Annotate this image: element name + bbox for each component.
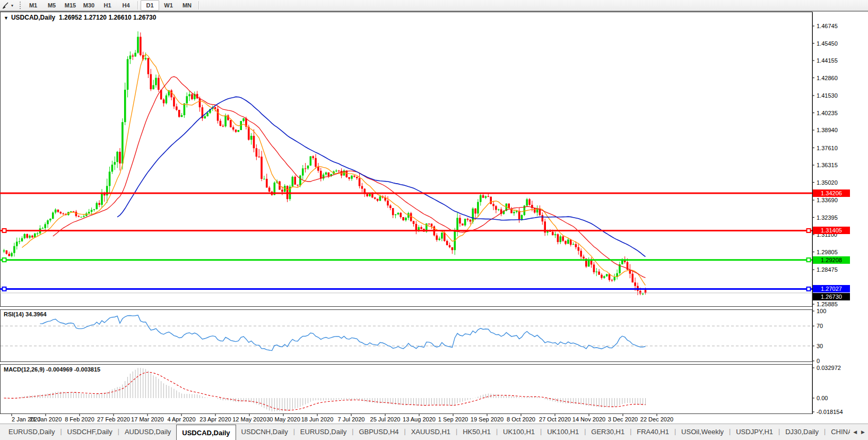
price-axis-label: 1.38940 <box>817 127 838 133</box>
price-axis-label: 1.40235 <box>817 110 838 116</box>
toolbar-grip-handle[interactable] <box>20 2 21 9</box>
triangle-down-icon[interactable]: ▼ <box>4 15 8 21</box>
resistance-line-lower-right-handle[interactable] <box>807 229 811 232</box>
timeframe-button-h4[interactable]: H4 <box>117 0 135 11</box>
price-axis-label: 1.32395 <box>817 214 838 221</box>
date-axis-label: 18 Jun 2020 <box>301 416 334 422</box>
timeframe-button-h1[interactable]: H1 <box>98 0 117 11</box>
tab-usdcnh-daily[interactable]: USDCNH,Daily <box>236 424 293 440</box>
tab-xauusd-h1[interactable]: XAUUSD,H1 <box>406 424 456 440</box>
toolbar-separator <box>137 1 138 10</box>
rsi-axis-label: 100 <box>817 308 826 314</box>
date-axis-label: 13 Aug 2020 <box>403 416 436 422</box>
rsi-axis-label: 30 <box>817 343 823 349</box>
date-axis-label: 25 Jul 2020 <box>370 416 401 422</box>
timeframe-button-m30[interactable]: M30 <box>80 0 98 11</box>
tab-usoil-weekly[interactable]: USOil,Weekly <box>676 424 729 440</box>
resistance-line-lower-left-handle[interactable] <box>3 229 6 232</box>
support-line-blue-badge: 1.27027 <box>813 285 850 292</box>
date-axis-label: 22 Dec 2020 <box>640 416 673 422</box>
tab-usdchf-daily[interactable]: USDCHF,Daily <box>62 424 118 440</box>
chart-symbol-label: USDCAD,Daily <box>11 14 55 21</box>
tab-usdjpy-h1[interactable]: USDJPY,H1 <box>731 424 778 440</box>
tab-uk100-h1[interactable]: UK100,H1 <box>498 424 540 440</box>
date-axis-label: 3 Dec 2020 <box>608 416 638 422</box>
price-axis-label: 1.35020 <box>817 179 838 186</box>
support-line-green-left-handle[interactable] <box>3 258 6 262</box>
current-price-badge: 1.26730 <box>813 293 850 300</box>
tab-dj30-daily[interactable]: DJ30,Daily <box>780 424 824 440</box>
timeframe-button-w1[interactable]: W1 <box>159 0 178 11</box>
chart-title: ▼USDCAD,Daily 1.26952 1.27120 1.26610 1.… <box>4 14 156 21</box>
price-axis-label: 1.33690 <box>817 197 838 203</box>
tab-scroll-right-icon[interactable]: ▶ <box>861 429 865 435</box>
timeframe-button-m1[interactable]: M1 <box>24 0 42 11</box>
macd-axis-label: 0.032972 <box>817 365 841 371</box>
price-axis-label: 1.42860 <box>817 75 838 81</box>
chart-cursor-icon[interactable] <box>1 1 10 10</box>
date-axis-label: 23 Apr 2020 <box>199 416 231 422</box>
date-axis-label: 12 May 2020 <box>232 416 266 422</box>
caret-down-icon[interactable]: ▾ <box>11 3 13 8</box>
resistance-line-upper-badge: 1.34206 <box>813 189 850 197</box>
tab-audusd-daily[interactable]: AUDUSD,Daily <box>119 424 176 440</box>
chart-canvas[interactable]: 1.467451.454501.441551.428601.415301.402… <box>0 0 868 440</box>
tab-usdcad-daily-active[interactable]: USDCAD,Daily <box>176 425 236 440</box>
date-axis-label: 21 Jan 2020 <box>30 416 62 422</box>
timeframe-button-mn[interactable]: MN <box>178 0 196 11</box>
price-axis-label: 1.44155 <box>817 57 838 64</box>
price-axis-label: 1.37610 <box>817 145 838 151</box>
date-axis-label: 8 Oct 2020 <box>507 416 535 422</box>
date-axis-label: 4 Apr 2020 <box>167 416 195 422</box>
tab-scroll-left-icon[interactable]: ◀ <box>853 429 857 435</box>
support-line-green-right-handle[interactable] <box>807 258 811 262</box>
timeframe-toolbar: ▾ M1M5M15M30H1H4D1W1MN <box>0 0 868 12</box>
support-line-blue-left-handle[interactable] <box>3 287 6 291</box>
macd-label: MACD(12,26,9) -0.004969 -0.003815 <box>4 366 100 373</box>
macd-axis-label: -0.018154 <box>817 409 843 415</box>
price-axis-label: 1.46745 <box>817 23 838 29</box>
tab-eurusd-daily[interactable]: EURUSD,Daily <box>295 424 352 440</box>
tab-uk100-h1[interactable]: UK100,H1 <box>542 424 584 440</box>
timeframe-button-m15[interactable]: M15 <box>61 0 80 11</box>
date-axis-label: 8 Feb 2020 <box>65 416 94 422</box>
macd-axis-label: 0.00 <box>817 395 828 401</box>
tab-eurusd-daily[interactable]: EURUSD,Daily <box>3 424 60 440</box>
mt4-window: 1.467451.454501.441551.428601.415301.402… <box>0 0 868 440</box>
price-axis-label: 1.28475 <box>817 266 838 273</box>
timeframe-button-m5[interactable]: M5 <box>42 0 61 11</box>
toolbar-separator <box>198 1 199 10</box>
rsi-axis-label: 70 <box>817 323 823 329</box>
price-axis-label: 1.36315 <box>817 162 838 168</box>
date-axis-label: 7 Jul 2020 <box>338 416 365 422</box>
date-axis-label: 27 Feb 2020 <box>97 416 130 422</box>
date-axis-label: 19 Sep 2020 <box>471 416 504 422</box>
date-axis-label: 17 Mar 2020 <box>131 416 164 422</box>
date-axis-label: 30 May 2020 <box>266 416 300 422</box>
rsi-axis-label: 0 <box>817 358 820 364</box>
price-axis-label: 1.29805 <box>817 249 838 255</box>
symbol-tab-bar: EURUSD,Daily|USDCHF,Daily|AUDUSD,DailyUS… <box>0 424 868 440</box>
tab-fra40-h1[interactable]: FRA40,H1 <box>631 424 674 440</box>
rsi-label: RSI(14) 34.3964 <box>4 311 47 317</box>
date-axis-label: 14 Nov 2020 <box>572 416 605 422</box>
timeframe-button-d1[interactable]: D1 <box>141 0 159 11</box>
price-axis-label: 1.41530 <box>817 92 838 99</box>
date-axis-label: 1 Sep 2020 <box>438 416 468 422</box>
resistance-line-lower-badge: 1.31405 <box>813 227 850 234</box>
tab-gbpusd-h4[interactable]: GBPUSD,H4 <box>353 424 404 440</box>
tab-ger30-h1[interactable]: GER30,H1 <box>586 424 630 440</box>
price-axis-label: 1.25885 <box>817 301 838 307</box>
tab-china300-h1[interactable]: CHINA300,H1 <box>826 424 850 440</box>
date-axis-label: 27 Oct 2020 <box>539 416 571 422</box>
price-axis-label: 1.45450 <box>817 40 838 47</box>
support-line-green-badge: 1.29208 <box>813 256 850 264</box>
tab-hk50-h1[interactable]: HK50,H1 <box>457 424 496 440</box>
support-line-blue-right-handle[interactable] <box>807 287 811 291</box>
chart-ohlc-values: 1.26952 1.27120 1.26610 1.26730 <box>59 14 157 21</box>
